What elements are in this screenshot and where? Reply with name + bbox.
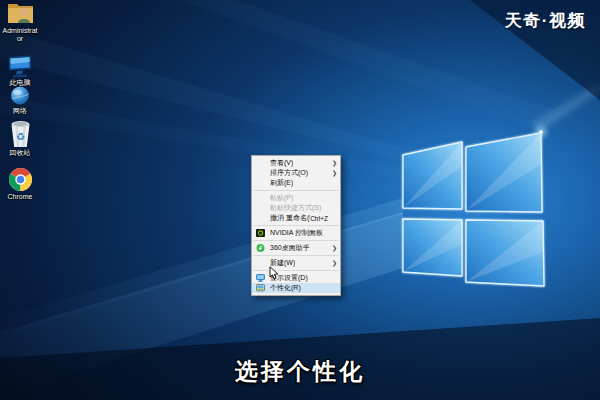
desktop-icon-label: Administrator [0, 27, 40, 44]
menu-separator [253, 225, 339, 226]
menu-item-label: 撤消 重命名(U) [270, 213, 310, 223]
menu-separator [253, 255, 339, 256]
menu-item-sort-by[interactable]: 排序方式(O) ❯ [252, 168, 340, 178]
chevron-right-icon: ❯ [332, 258, 337, 268]
mouse-cursor-icon [269, 266, 279, 280]
menu-item-360-desktop-assistant[interactable]: 360桌面助手 ❯ [252, 243, 340, 253]
desktop-icon-this-pc[interactable]: 此电脑 [0, 55, 40, 87]
display-settings-icon [256, 274, 265, 282]
desktop-assistant-icon [256, 244, 265, 252]
menu-separator [253, 240, 339, 241]
menu-item-new[interactable]: 新建(W) ❯ [252, 258, 340, 268]
chevron-right-icon: ❯ [332, 243, 337, 253]
menu-item-label: 粘贴快捷方式(S) [270, 203, 321, 213]
chrome-icon [8, 167, 33, 192]
menu-separator [253, 270, 339, 271]
desktop-icon-label: 回收站 [0, 149, 40, 157]
menu-item-label: 排序方式(O) [270, 168, 308, 178]
desktop-icon-recycle-bin[interactable]: ♻ 回收站 [0, 120, 40, 157]
menu-item-personalize[interactable]: 个性化(R) [252, 283, 340, 293]
user-folder-icon [7, 1, 34, 26]
desktop-icon-chrome[interactable]: Chrome [0, 167, 40, 201]
menu-item-paste: 粘贴(P) [252, 193, 340, 203]
chevron-right-icon: ❯ [332, 158, 337, 168]
menu-item-nvidia-control-panel[interactable]: NVIDIA 控制面板 [252, 228, 340, 238]
personalize-icon [256, 284, 265, 292]
recycle-glyph: ♻ [16, 131, 25, 142]
menu-item-label: 粘贴(P) [270, 193, 293, 203]
menu-item-undo-rename[interactable]: 撤消 重命名(U) Ctrl+Z [252, 213, 340, 223]
desktop-icon-administrator[interactable]: Administrator [0, 1, 40, 44]
network-icon [9, 86, 31, 106]
menu-separator [253, 190, 339, 191]
video-subtitle: 选择个性化 [0, 356, 600, 387]
desktop-icon-network[interactable]: 网络 [0, 86, 40, 115]
menu-item-view[interactable]: 查看(V) ❯ [252, 158, 340, 168]
menu-item-paste-shortcut: 粘贴快捷方式(S) [252, 203, 340, 213]
this-pc-icon [7, 55, 33, 78]
menu-item-label: 刷新(E) [270, 178, 293, 188]
chevron-right-icon: ❯ [332, 168, 337, 178]
nvidia-icon [256, 229, 265, 237]
recycle-bin-icon: ♻ [10, 120, 31, 148]
menu-item-label: 查看(V) [270, 158, 293, 168]
menu-item-display-settings[interactable]: 显示设置(D) [252, 273, 340, 283]
menu-item-label: 360桌面助手 [270, 243, 310, 253]
menu-item-label: NVIDIA 控制面板 [270, 228, 323, 238]
menu-shortcut: Ctrl+Z [310, 215, 336, 222]
menu-item-label: 个性化(R) [270, 283, 301, 293]
desktop-icon-label: 网络 [0, 107, 40, 115]
desktop-icon-label: Chrome [0, 193, 40, 201]
channel-watermark: 天奇·视频 [505, 9, 586, 32]
menu-item-refresh[interactable]: 刷新(E) [252, 178, 340, 188]
desktop-context-menu: 查看(V) ❯ 排序方式(O) ❯ 刷新(E) 粘贴(P) 粘贴快捷方式(S) … [251, 155, 341, 296]
